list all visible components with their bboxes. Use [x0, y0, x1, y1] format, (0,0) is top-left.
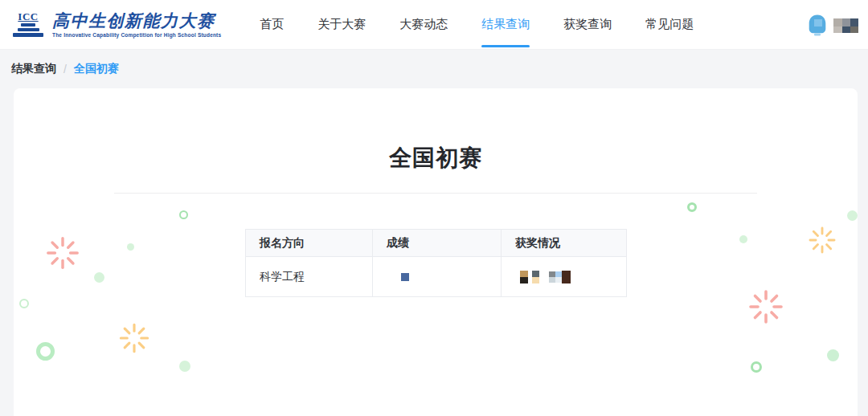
decoration-ring [687, 202, 697, 212]
breadcrumb-section[interactable]: 结果查询 [11, 62, 56, 76]
site-subtitle-en: The Innovative Capability Competition fo… [52, 32, 221, 38]
nav-item-news[interactable]: 大赛动态 [399, 0, 448, 50]
award-redacted [520, 271, 571, 283]
decoration-dot [127, 243, 134, 251]
icc-podium-icon: ICC [10, 11, 46, 37]
nav-item-home[interactable]: 首页 [260, 0, 284, 50]
score-redacted [401, 273, 409, 281]
decoration-burst-pink-left [44, 235, 81, 271]
user-avatar-icon[interactable] [807, 14, 828, 36]
decoration-dot [94, 272, 104, 283]
cell-score [373, 257, 502, 297]
user-area[interactable] [807, 14, 858, 36]
site-title-cn: 高中生创新能力大赛 [52, 11, 221, 31]
site-logo[interactable]: ICC 高中生创新能力大赛 The Innovative Capability … [10, 11, 221, 38]
decoration-dot [179, 361, 190, 372]
decoration-dot [739, 235, 747, 243]
results-table: 报名方向 成绩 获奖情况 科学工程 [245, 229, 627, 297]
nav-item-faq[interactable]: 常见问题 [645, 0, 694, 50]
breadcrumb: 结果查询 / 全国初赛 [0, 50, 868, 88]
content-card: 全国初赛 报名方向 成绩 获奖情况 科学工程 [14, 88, 858, 416]
title-divider [114, 193, 757, 194]
header-direction: 报名方向 [246, 230, 373, 257]
decoration-burst-yellow-left [117, 321, 151, 355]
username-redacted [833, 17, 858, 33]
decoration-burst-pink-right [747, 288, 785, 326]
nav-item-about[interactable]: 关于大赛 [317, 0, 366, 50]
decoration-ring [751, 361, 762, 373]
table-header-row: 报名方向 成绩 获奖情况 [246, 230, 627, 257]
decoration-ring [36, 342, 55, 361]
top-header: ICC 高中生创新能力大赛 The Innovative Capability … [0, 0, 868, 50]
decoration-ring [19, 299, 29, 308]
nav-item-result-query[interactable]: 结果查询 [481, 0, 530, 50]
decoration-dot [847, 210, 858, 221]
nav-item-award-query[interactable]: 获奖查询 [563, 0, 612, 50]
breadcrumb-separator: / [63, 63, 67, 75]
decoration-burst-yellow-right [807, 225, 837, 255]
header-award: 获奖情况 [502, 230, 627, 257]
header-score: 成绩 [373, 230, 502, 257]
page-title: 全国初赛 [14, 143, 858, 173]
icc-logo-text: ICC [18, 11, 38, 22]
cell-direction: 科学工程 [246, 257, 373, 297]
table-row: 科学工程 [246, 257, 627, 297]
decoration-ring [179, 210, 188, 219]
decoration-dot [827, 349, 839, 361]
main-nav: 首页 关于大赛 大赛动态 结果查询 获奖查询 常见问题 [260, 0, 694, 50]
breadcrumb-current: 全国初赛 [74, 62, 119, 76]
cell-award [502, 257, 627, 297]
